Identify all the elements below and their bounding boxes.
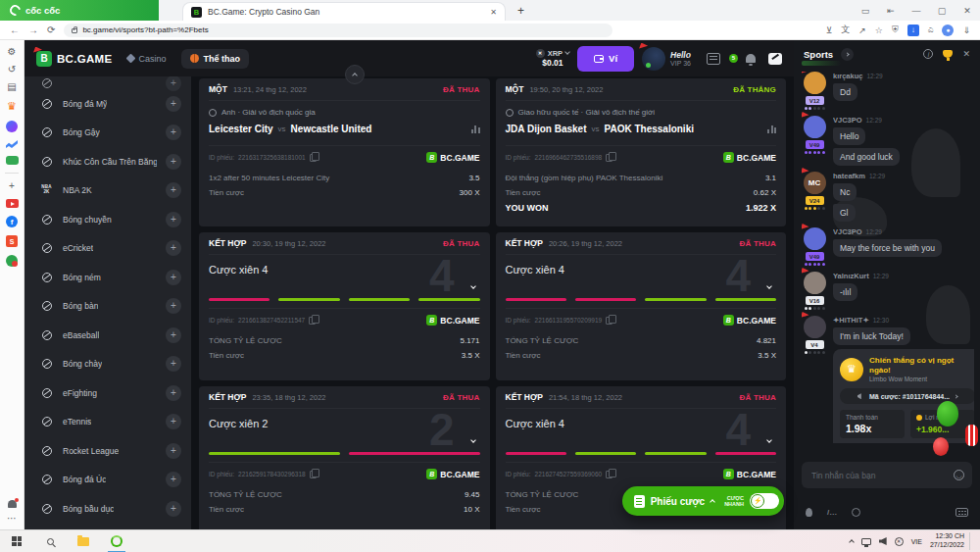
chat-room-title[interactable]: Sports bbox=[804, 49, 833, 60]
file-explorer-icon[interactable] bbox=[67, 530, 100, 552]
minimize-button[interactable]: — bbox=[904, 0, 929, 21]
sidebar-item-handball[interactable]: Bóng ném+ bbox=[24, 263, 191, 292]
extension-icon[interactable]: ಎ bbox=[928, 25, 934, 35]
save-page-icon[interactable]: ⊻ bbox=[826, 25, 833, 35]
add-favorite-button[interactable]: + bbox=[166, 96, 181, 112]
notifications-icon[interactable] bbox=[8, 500, 17, 508]
bet-list-icon[interactable] bbox=[707, 53, 720, 65]
coccoc-taskbar-icon[interactable] bbox=[100, 530, 133, 552]
trophy-icon[interactable] bbox=[943, 50, 953, 58]
add-favorite-button[interactable]: + bbox=[166, 240, 181, 256]
copy-icon[interactable] bbox=[606, 154, 612, 162]
bookmark-star-icon[interactable]: ☆ bbox=[875, 25, 883, 35]
quick-bet-toggle[interactable]: ⚡ bbox=[750, 493, 779, 509]
sidebar-item-table-tennis[interactable]: Bóng bàn+ bbox=[24, 292, 191, 322]
downloads-icon[interactable]: ⇓ bbox=[962, 25, 970, 35]
sidebar-item-cricket[interactable]: Bóng Gậy+ bbox=[24, 119, 191, 148]
adblock-shield-icon[interactable]: ⛨ bbox=[892, 25, 899, 35]
sidebar-item-ecricket[interactable]: eCricket+ bbox=[24, 234, 191, 264]
start-button[interactable] bbox=[0, 530, 33, 552]
add-favorite-button[interactable]: + bbox=[166, 472, 181, 487]
sidebar-item-rocket-league[interactable]: Rocket League+ bbox=[24, 436, 191, 466]
sidebar-toggle-icon[interactable]: ⇤ bbox=[878, 0, 904, 21]
reading-list-icon[interactable]: ▤ bbox=[7, 82, 16, 92]
chart-app-icon[interactable] bbox=[6, 140, 18, 148]
expand-caret-icon[interactable] bbox=[471, 281, 475, 290]
add-favorite-button[interactable]: + bbox=[166, 212, 181, 227]
expand-caret-icon[interactable] bbox=[767, 435, 771, 444]
copy-icon[interactable] bbox=[309, 317, 316, 325]
shopee-icon[interactable]: S bbox=[6, 235, 18, 247]
tray-expand-icon[interactable] bbox=[849, 539, 855, 545]
url-bar[interactable]: bc.game/vi/sports?bt-path=%2Fbets bbox=[64, 24, 612, 37]
add-favorite-button[interactable]: + bbox=[166, 76, 181, 91]
add-favorite-button[interactable]: + bbox=[166, 298, 181, 314]
tray-x-icon[interactable]: ✕ bbox=[895, 537, 904, 546]
coccoc-brand[interactable]: cốc cốc bbox=[0, 0, 159, 21]
copy-icon[interactable] bbox=[606, 317, 612, 325]
sidebar-item-baseball[interactable]: Bóng chày+ bbox=[24, 350, 191, 379]
sidebar-item-american-football[interactable]: Bóng đá Mỹ+ bbox=[24, 89, 191, 119]
betslip-button[interactable]: Phiếu cược CƯỢCNHANH ⚡ bbox=[622, 486, 784, 516]
nav-sports[interactable]: Thể thao bbox=[181, 49, 249, 69]
add-favorite-button[interactable]: + bbox=[166, 270, 181, 285]
bet-code-pill[interactable]: Mã cược: #1011764844... bbox=[840, 388, 974, 404]
slash-commands-icon[interactable]: /… bbox=[827, 508, 837, 517]
add-favorite-button[interactable]: + bbox=[166, 443, 181, 459]
tab-search-icon[interactable]: ▭ bbox=[853, 0, 878, 21]
sidebar-item-partial[interactable]: + bbox=[24, 76, 191, 89]
copy-icon[interactable] bbox=[310, 471, 317, 478]
add-favorite-button[interactable]: + bbox=[166, 356, 181, 372]
more-icon[interactable]: ⋯ bbox=[7, 514, 17, 524]
translate-icon[interactable]: 文 bbox=[841, 24, 850, 36]
add-favorite-button[interactable]: + bbox=[166, 327, 181, 343]
add-favorite-button[interactable]: + bbox=[166, 154, 181, 170]
close-chat-icon[interactable]: ✕ bbox=[962, 49, 970, 59]
settings-icon[interactable]: ⚙ bbox=[8, 47, 17, 57]
sidebar-item-etennis[interactable]: eTennis+ bbox=[24, 408, 191, 437]
info-icon[interactable]: i bbox=[923, 49, 933, 59]
user-menu[interactable]: Hello VIP 36 bbox=[642, 47, 691, 71]
profile-avatar[interactable]: ● bbox=[942, 25, 954, 36]
close-window-button[interactable]: ✕ bbox=[955, 0, 980, 21]
chat-room-switcher[interactable] bbox=[841, 48, 854, 61]
keyboard-icon[interactable] bbox=[956, 508, 968, 517]
scroll-top-button[interactable] bbox=[345, 65, 365, 84]
forward-button[interactable]: → bbox=[28, 25, 38, 35]
expand-caret-icon[interactable] bbox=[471, 435, 475, 444]
add-shortcut-icon[interactable]: + bbox=[9, 181, 15, 191]
sidebar-item-rugby[interactable]: Bóng bầu dục+ bbox=[24, 494, 191, 524]
sidebar-item-ebaseball[interactable]: eBaseball+ bbox=[24, 321, 191, 350]
add-favorite-button[interactable]: + bbox=[166, 125, 181, 140]
sidebar-item-aussie-rules[interactable]: Bóng đá Úc+ bbox=[24, 466, 191, 495]
stats-icon[interactable] bbox=[471, 125, 480, 133]
sidebar-item-nba-2k[interactable]: NBA2KNBA 2K+ bbox=[24, 176, 191, 206]
coin-icon[interactable] bbox=[852, 508, 860, 517]
add-favorite-button[interactable]: + bbox=[166, 182, 181, 198]
maximize-button[interactable]: ▢ bbox=[929, 0, 955, 21]
messenger-icon[interactable] bbox=[6, 121, 18, 132]
bcgame-logo[interactable]: B BC.GAME bbox=[36, 51, 112, 67]
tab-close-icon[interactable]: ✕ bbox=[490, 8, 497, 17]
ornament-icon[interactable] bbox=[6, 255, 18, 267]
copy-icon[interactable] bbox=[310, 154, 317, 162]
clock[interactable]: 12:30 CH 27/12/2022 bbox=[930, 532, 970, 550]
share-icon[interactable]: ↗ bbox=[858, 25, 866, 35]
emoji-icon[interactable]: ◡ bbox=[954, 470, 964, 480]
add-favorite-button[interactable]: + bbox=[166, 414, 181, 429]
stats-icon[interactable] bbox=[767, 125, 776, 133]
browser-tab[interactable]: B BC.Game: Crypto Casino Gan ✕ bbox=[182, 2, 506, 21]
network-icon[interactable] bbox=[861, 538, 871, 545]
taskbar-search-icon[interactable] bbox=[33, 530, 67, 552]
copy-icon[interactable] bbox=[606, 471, 612, 478]
games-icon[interactable] bbox=[6, 156, 19, 165]
youtube-icon[interactable] bbox=[6, 199, 19, 208]
nav-casino[interactable]: Casino bbox=[127, 54, 166, 64]
history-icon[interactable]: ↺ bbox=[8, 65, 16, 75]
sidebar-item-volleyball[interactable]: Bóng chuyền+ bbox=[24, 205, 191, 234]
sidebar-item-efighting[interactable]: eFighting+ bbox=[24, 378, 191, 408]
sidebar-item-ice-hockey[interactable]: Khúc Côn Cầu Trên Băng+ bbox=[24, 147, 191, 176]
chat-toggle-icon[interactable] bbox=[768, 53, 782, 65]
chat-message-input[interactable] bbox=[809, 470, 948, 481]
currency-selector[interactable]: ✕XRP $0.01 bbox=[536, 49, 569, 69]
